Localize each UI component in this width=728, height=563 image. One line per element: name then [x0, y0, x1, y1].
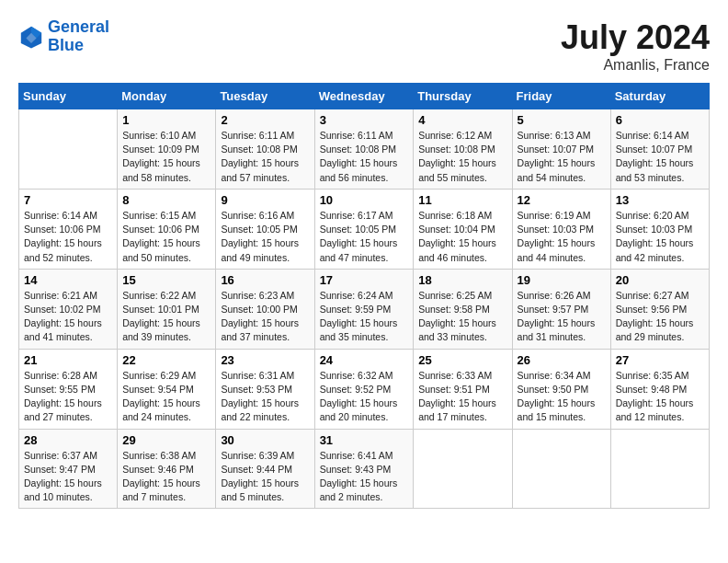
day-info: Sunrise: 6:21 AM Sunset: 10:02 PM Daylig… [24, 289, 112, 345]
day-number: 6 [616, 113, 704, 127]
calendar-cell: 22Sunrise: 6:29 AM Sunset: 9:54 PM Dayli… [118, 349, 216, 429]
day-number: 4 [418, 113, 506, 127]
day-number: 18 [418, 273, 506, 287]
day-info: Sunrise: 6:25 AM Sunset: 9:58 PM Dayligh… [418, 289, 506, 345]
day-info: Sunrise: 6:29 AM Sunset: 9:54 PM Dayligh… [122, 369, 210, 425]
day-number: 5 [518, 113, 606, 127]
day-number: 31 [320, 433, 409, 447]
calendar-cell: 19Sunrise: 6:26 AM Sunset: 9:57 PM Dayli… [512, 269, 610, 349]
header-sunday: Sunday [19, 84, 118, 109]
header-thursday: Thursday [414, 84, 512, 109]
calendar-cell: 25Sunrise: 6:33 AM Sunset: 9:51 PM Dayli… [414, 349, 512, 429]
day-info: Sunrise: 6:23 AM Sunset: 10:00 PM Daylig… [221, 289, 309, 345]
day-info: Sunrise: 6:19 AM Sunset: 10:03 PM Daylig… [518, 209, 606, 265]
day-info: Sunrise: 6:14 AM Sunset: 10:06 PM Daylig… [24, 209, 112, 265]
calendar-cell: 26Sunrise: 6:34 AM Sunset: 9:50 PM Dayli… [512, 349, 610, 429]
day-info: Sunrise: 6:11 AM Sunset: 10:08 PM Daylig… [320, 129, 409, 185]
calendar-cell [19, 109, 118, 190]
calendar-cell: 15Sunrise: 6:22 AM Sunset: 10:01 PM Dayl… [118, 269, 216, 349]
day-info: Sunrise: 6:10 AM Sunset: 10:09 PM Daylig… [122, 129, 210, 185]
header-wednesday: Wednesday [314, 84, 414, 109]
calendar-table: SundayMondayTuesdayWednesdayThursdayFrid… [18, 83, 710, 509]
day-info: Sunrise: 6:34 AM Sunset: 9:50 PM Dayligh… [518, 369, 606, 425]
calendar-cell [414, 429, 512, 509]
header-saturday: Saturday [610, 84, 709, 109]
day-info: Sunrise: 6:12 AM Sunset: 10:08 PM Daylig… [418, 129, 506, 185]
logo-text: GeneralBlue [48, 18, 109, 55]
calendar-cell: 10Sunrise: 6:17 AM Sunset: 10:05 PM Dayl… [314, 189, 414, 269]
day-number: 27 [616, 353, 704, 367]
day-info: Sunrise: 6:13 AM Sunset: 10:07 PM Daylig… [518, 129, 606, 185]
calendar-cell: 13Sunrise: 6:20 AM Sunset: 10:03 PM Dayl… [610, 189, 709, 269]
day-info: Sunrise: 6:37 AM Sunset: 9:47 PM Dayligh… [24, 449, 112, 505]
week-row-1: 7Sunrise: 6:14 AM Sunset: 10:06 PM Dayli… [19, 189, 710, 269]
logo-icon [18, 24, 44, 50]
calendar-cell: 18Sunrise: 6:25 AM Sunset: 9:58 PM Dayli… [414, 269, 512, 349]
day-number: 1 [122, 113, 210, 127]
day-number: 21 [24, 353, 112, 367]
day-info: Sunrise: 6:20 AM Sunset: 10:03 PM Daylig… [616, 209, 704, 265]
location: Amanlis, France [561, 57, 710, 74]
week-row-3: 21Sunrise: 6:28 AM Sunset: 9:55 PM Dayli… [19, 349, 710, 429]
page-header: GeneralBlue July 2024 Amanlis, France [18, 18, 710, 74]
day-number: 16 [221, 273, 309, 287]
day-info: Sunrise: 6:18 AM Sunset: 10:04 PM Daylig… [418, 209, 506, 265]
day-number: 12 [518, 193, 606, 207]
calendar-cell: 29Sunrise: 6:38 AM Sunset: 9:46 PM Dayli… [118, 429, 216, 509]
title-block: July 2024 Amanlis, France [561, 18, 710, 74]
day-info: Sunrise: 6:11 AM Sunset: 10:08 PM Daylig… [221, 129, 309, 185]
day-number: 29 [122, 433, 210, 447]
header-row: SundayMondayTuesdayWednesdayThursdayFrid… [19, 84, 710, 109]
day-number: 28 [24, 433, 112, 447]
calendar-cell [512, 429, 610, 509]
calendar-cell: 21Sunrise: 6:28 AM Sunset: 9:55 PM Dayli… [19, 349, 118, 429]
day-info: Sunrise: 6:26 AM Sunset: 9:57 PM Dayligh… [518, 289, 606, 345]
day-info: Sunrise: 6:33 AM Sunset: 9:51 PM Dayligh… [418, 369, 506, 425]
calendar-cell: 11Sunrise: 6:18 AM Sunset: 10:04 PM Dayl… [414, 189, 512, 269]
header-tuesday: Tuesday [216, 84, 314, 109]
calendar-cell: 3Sunrise: 6:11 AM Sunset: 10:08 PM Dayli… [314, 109, 414, 190]
calendar-cell: 8Sunrise: 6:15 AM Sunset: 10:06 PM Dayli… [118, 189, 216, 269]
calendar-cell: 12Sunrise: 6:19 AM Sunset: 10:03 PM Dayl… [512, 189, 610, 269]
week-row-0: 1Sunrise: 6:10 AM Sunset: 10:09 PM Dayli… [19, 109, 710, 190]
day-number: 26 [518, 353, 606, 367]
day-number: 7 [24, 193, 112, 207]
day-info: Sunrise: 6:15 AM Sunset: 10:06 PM Daylig… [122, 209, 210, 265]
day-info: Sunrise: 6:32 AM Sunset: 9:52 PM Dayligh… [320, 369, 409, 425]
calendar-cell: 2Sunrise: 6:11 AM Sunset: 10:08 PM Dayli… [216, 109, 314, 190]
day-info: Sunrise: 6:17 AM Sunset: 10:05 PM Daylig… [320, 209, 409, 265]
calendar-cell: 28Sunrise: 6:37 AM Sunset: 9:47 PM Dayli… [19, 429, 118, 509]
day-number: 30 [221, 433, 309, 447]
calendar-cell: 4Sunrise: 6:12 AM Sunset: 10:08 PM Dayli… [414, 109, 512, 190]
calendar-cell: 17Sunrise: 6:24 AM Sunset: 9:59 PM Dayli… [314, 269, 414, 349]
calendar-cell: 9Sunrise: 6:16 AM Sunset: 10:05 PM Dayli… [216, 189, 314, 269]
day-number: 9 [221, 193, 309, 207]
day-number: 11 [418, 193, 506, 207]
month-title: July 2024 [561, 18, 710, 57]
day-info: Sunrise: 6:22 AM Sunset: 10:01 PM Daylig… [122, 289, 210, 345]
calendar-cell: 14Sunrise: 6:21 AM Sunset: 10:02 PM Dayl… [19, 269, 118, 349]
day-info: Sunrise: 6:39 AM Sunset: 9:44 PM Dayligh… [221, 449, 309, 505]
week-row-2: 14Sunrise: 6:21 AM Sunset: 10:02 PM Dayl… [19, 269, 710, 349]
logo: GeneralBlue [18, 18, 109, 55]
calendar-cell [610, 429, 709, 509]
calendar-cell: 6Sunrise: 6:14 AM Sunset: 10:07 PM Dayli… [610, 109, 709, 190]
day-number: 2 [221, 113, 309, 127]
calendar-cell: 27Sunrise: 6:35 AM Sunset: 9:48 PM Dayli… [610, 349, 709, 429]
day-info: Sunrise: 6:28 AM Sunset: 9:55 PM Dayligh… [24, 369, 112, 425]
day-info: Sunrise: 6:35 AM Sunset: 9:48 PM Dayligh… [616, 369, 704, 425]
day-number: 25 [418, 353, 506, 367]
header-monday: Monday [118, 84, 216, 109]
day-info: Sunrise: 6:41 AM Sunset: 9:43 PM Dayligh… [320, 449, 409, 505]
day-number: 19 [518, 273, 606, 287]
day-number: 15 [122, 273, 210, 287]
day-number: 22 [122, 353, 210, 367]
day-number: 13 [616, 193, 704, 207]
week-row-4: 28Sunrise: 6:37 AM Sunset: 9:47 PM Dayli… [19, 429, 710, 509]
calendar-cell: 23Sunrise: 6:31 AM Sunset: 9:53 PM Dayli… [216, 349, 314, 429]
day-info: Sunrise: 6:31 AM Sunset: 9:53 PM Dayligh… [221, 369, 309, 425]
day-number: 10 [320, 193, 409, 207]
day-number: 20 [616, 273, 704, 287]
calendar-cell: 20Sunrise: 6:27 AM Sunset: 9:56 PM Dayli… [610, 269, 709, 349]
header-friday: Friday [512, 84, 610, 109]
